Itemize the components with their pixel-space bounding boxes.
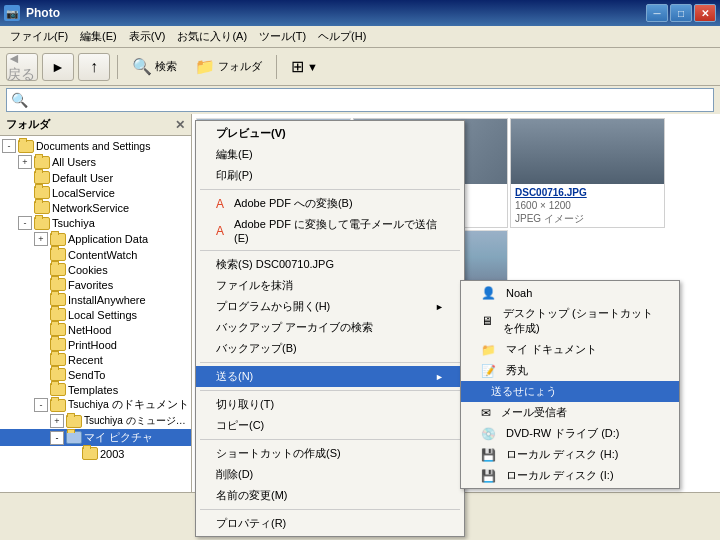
ctx-separator [200, 189, 460, 190]
file-thumbnail [511, 119, 664, 184]
forward-button[interactable]: ► [42, 53, 74, 81]
folder-button[interactable]: 📁 フォルダ [188, 53, 269, 80]
folder-icon [50, 233, 66, 246]
ctx-print[interactable]: 印刷(P) [196, 165, 464, 186]
menu-tools[interactable]: ツール(T) [253, 27, 312, 46]
tree-item-sendto[interactable]: SendTo [0, 367, 191, 382]
ctx-label: バックアップ(B) [216, 341, 297, 356]
ctx-properties[interactable]: プロパティ(R) [196, 513, 464, 534]
ctx-submenu-local-i[interactable]: 💾 ローカル ディスク (I:) [461, 465, 679, 486]
ctx-submenu-hidemaru[interactable]: 📝 秀丸 [461, 360, 679, 381]
tree-toggle[interactable]: + [50, 414, 64, 428]
tree-item-nethood[interactable]: NetHood [0, 322, 191, 337]
tree-item-templates[interactable]: Templates [0, 382, 191, 397]
ctx-search[interactable]: 検索(S) DSC00710.JPG [196, 254, 464, 275]
ctx-label: ファイルを抹消 [216, 278, 293, 293]
tree-item-all-users[interactable]: + All Users [0, 154, 191, 170]
menu-edit[interactable]: 編集(E) [74, 27, 123, 46]
ctx-submenu-my-documents[interactable]: 📁 マイ ドキュメント [461, 339, 679, 360]
tree-toggle[interactable]: + [18, 155, 32, 169]
minimize-button[interactable]: ─ [646, 4, 668, 22]
ctx-separator [200, 250, 460, 251]
address-input[interactable] [28, 94, 709, 106]
ctx-copy[interactable]: コピー(C) [196, 415, 464, 436]
ctx-rename[interactable]: 名前の変更(M) [196, 485, 464, 506]
ctx-submenu-dvd[interactable]: 💿 DVD-RW ドライブ (D:) [461, 423, 679, 444]
tree-toggle[interactable]: - [18, 216, 32, 230]
ctx-submenu-desktop[interactable]: 🖥 デスクトップ (ショートカットを作成) [461, 303, 679, 339]
submenu-arrow-icon: ► [435, 302, 444, 312]
folder-open-icon [18, 140, 34, 153]
tree-toggle[interactable]: - [50, 431, 64, 445]
ctx-open-with[interactable]: プログラムから開く(H) ► [196, 296, 464, 317]
ctx-preview[interactable]: プレビュー(V) [196, 123, 464, 144]
tree-item-contentwatch[interactable]: ContentWatch [0, 247, 191, 262]
ctx-label: 編集(E) [216, 147, 253, 162]
tree-item-recent[interactable]: Recent [0, 352, 191, 367]
ctx-send-to[interactable]: 送る(N) ► [196, 366, 464, 387]
drive-icon: 💾 [481, 448, 496, 462]
tree-toggle[interactable]: + [34, 232, 48, 246]
tree-item-printhood[interactable]: PrintHood [0, 337, 191, 352]
tree-item-documents-and-settings[interactable]: - Documents and Settings [0, 138, 191, 154]
ctx-adobe-convert[interactable]: A Adobe PDF への変換(B) [196, 193, 464, 214]
tree-label: InstallAnywhere [68, 294, 146, 306]
up-button[interactable]: ↑ [78, 53, 110, 81]
ctx-backup[interactable]: バックアップ(B) [196, 338, 464, 359]
ctx-submenu-send[interactable]: 送るせにょう [461, 381, 679, 402]
ctx-submenu-noah[interactable]: 👤 Noah [461, 283, 679, 303]
tree-label: Local Settings [68, 309, 137, 321]
tree-item-tsuchiya[interactable]: - Tsuchiya [0, 215, 191, 231]
tree-item-default-user[interactable]: Default User [0, 170, 191, 185]
tree-item-favorites[interactable]: Favorites [0, 277, 191, 292]
folder-icon [50, 263, 66, 276]
ctx-submenu-local-h[interactable]: 💾 ローカル ディスク (H:) [461, 444, 679, 465]
ctx-adobe-email[interactable]: A Adobe PDF に変換して電子メールで送信(E) [196, 214, 464, 247]
folder-icon [34, 186, 50, 199]
maximize-button[interactable]: □ [670, 4, 692, 22]
ctx-create-shortcut[interactable]: ショートカットの作成(S) [196, 443, 464, 464]
ctx-submenu-mail[interactable]: ✉ メール受信者 [461, 402, 679, 423]
ctx-separator [200, 362, 460, 363]
menu-favorites[interactable]: お気に入り(A) [171, 27, 253, 46]
tree-item-my-pictures[interactable]: - マイ ピクチャ [0, 429, 191, 446]
tree-item-cookies[interactable]: Cookies [0, 262, 191, 277]
tree-label: Tsuchiya [52, 217, 95, 229]
tree-item-application-data[interactable]: + Application Data [0, 231, 191, 247]
menu-view[interactable]: 表示(V) [123, 27, 172, 46]
tree-item-localservice[interactable]: LocalService [0, 185, 191, 200]
menu-file[interactable]: ファイル(F) [4, 27, 74, 46]
ctx-backup-search[interactable]: バックアップ アーカイブの検索 [196, 317, 464, 338]
close-button[interactable]: ✕ [694, 4, 716, 22]
menu-help[interactable]: ヘルプ(H) [312, 27, 372, 46]
file-type: JPEG イメージ [515, 212, 660, 225]
tree-item-networkservice[interactable]: NetworkService [0, 200, 191, 215]
search-button[interactable]: 🔍 検索 [125, 53, 184, 80]
folder-tree-close[interactable]: ✕ [175, 118, 185, 132]
tree-item-local-settings[interactable]: Local Settings [0, 307, 191, 322]
context-menu-right: 👤 Noah 🖥 デスクトップ (ショートカットを作成) 📁 マイ ドキュメント… [460, 280, 680, 489]
menu-bar: ファイル(F) 編集(E) 表示(V) お気に入り(A) ツール(T) ヘルプ(… [0, 26, 720, 48]
ctx-edit[interactable]: 編集(E) [196, 144, 464, 165]
ctx-cut[interactable]: 切り取り(T) [196, 394, 464, 415]
tree-item-installanywhere[interactable]: InstallAnywhere [0, 292, 191, 307]
ctx-delete[interactable]: 削除(D) [196, 464, 464, 485]
tree-label: Favorites [68, 279, 113, 291]
tree-label: LocalService [52, 187, 115, 199]
tree-item-tsuchiya-music[interactable]: + Tsuchiya のミュージ… [0, 413, 191, 429]
tree-label: ContentWatch [68, 249, 137, 261]
tree-item-tsuchiya-documents[interactable]: - Tsuchiya のドキュメント [0, 397, 191, 413]
tree-toggle[interactable]: - [2, 139, 16, 153]
folder-icon [34, 156, 50, 169]
back-button[interactable]: ◄ 戻る [6, 53, 38, 81]
folder-icon [50, 323, 66, 336]
file-item[interactable]: DSC00716.JPG 1600 × 1200 JPEG イメージ [510, 118, 665, 228]
tree-label: Templates [68, 384, 118, 396]
drive-icon: 💿 [481, 427, 496, 441]
tree-label: マイ ピクチャ [84, 430, 153, 445]
folder-open-icon [50, 399, 66, 412]
tree-item-2003[interactable]: 2003 [0, 446, 191, 461]
views-button[interactable]: ⊞ ▼ [284, 53, 325, 80]
ctx-erase[interactable]: ファイルを抹消 [196, 275, 464, 296]
tree-toggle[interactable]: - [34, 398, 48, 412]
